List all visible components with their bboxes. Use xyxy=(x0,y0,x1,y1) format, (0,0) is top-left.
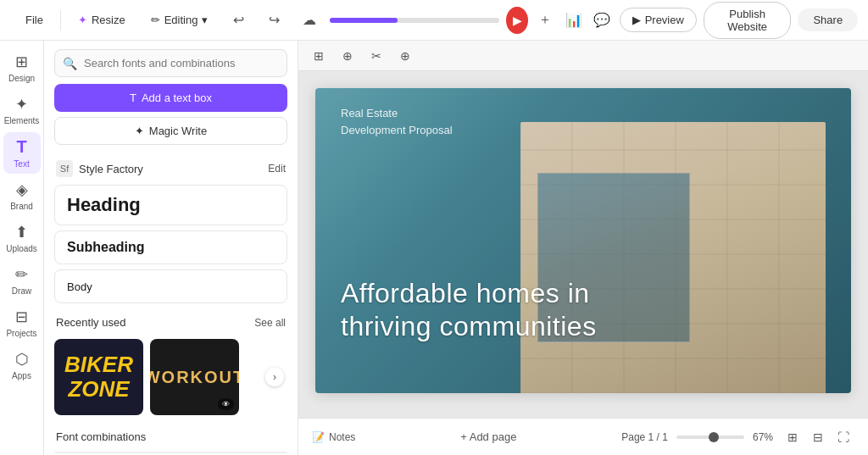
list-view-button[interactable]: ⊟ xyxy=(807,426,829,448)
see-all-link[interactable]: See all xyxy=(254,317,286,329)
grid-view-button[interactable]: ⊞ xyxy=(782,426,804,448)
body-style-item[interactable]: Body xyxy=(54,269,287,303)
edit-link[interactable]: Edit xyxy=(268,163,286,175)
progress-fill xyxy=(330,18,398,23)
zoom-slider-container xyxy=(676,436,744,439)
fullscreen-button[interactable]: ⛶ xyxy=(832,426,854,448)
main-area: ⊞ Design ✦ Elements T Text ◈ Brand ⬆ Upl… xyxy=(0,41,868,455)
zoom-slider[interactable] xyxy=(676,436,744,439)
topbar-center xyxy=(330,18,499,23)
font-thumb-biker-zone[interactable]: BIKERZONE xyxy=(54,339,143,415)
preview-button[interactable]: ▶ Preview xyxy=(620,8,697,32)
uploads-icon: ⬆ xyxy=(15,223,28,241)
text-panel: 🔍 T Add a text box ✦ Magic Write Sf Styl… xyxy=(44,41,298,455)
undo-button[interactable]: ↩ xyxy=(225,7,252,34)
design-icon: ⊞ xyxy=(15,53,28,71)
editing-button[interactable]: ✏ Editing ▾ xyxy=(142,9,217,31)
font-combo-text: ARTTY ADOS xyxy=(118,452,225,453)
thumb-badge: 👁 xyxy=(218,398,234,410)
font-thumb-workout[interactable]: WORKOUT 👁 xyxy=(150,339,239,415)
search-icon: 🔍 xyxy=(63,57,77,70)
magic-write-icon: ✦ xyxy=(135,125,144,137)
progress-bar xyxy=(330,18,499,23)
notes-icon: 📝 xyxy=(312,431,325,443)
apps-icon: ⬡ xyxy=(15,350,29,369)
page-info: Page 1 / 1 xyxy=(621,431,668,443)
zoom-percentage: 67% xyxy=(753,431,773,443)
notes-button[interactable]: 📝 Notes xyxy=(312,431,355,443)
crop-icon[interactable]: ✂ xyxy=(364,44,388,68)
add-page-button[interactable]: + Add page xyxy=(460,430,516,443)
style-factory-icon: Sf xyxy=(56,160,73,177)
position-icon[interactable]: ⊕ xyxy=(336,44,359,68)
text-icon: T xyxy=(16,137,26,157)
font-combinations-label: Font combinations xyxy=(44,420,298,448)
magic-write-button[interactable]: ✦ Magic Write xyxy=(54,117,287,145)
building-shape xyxy=(444,105,851,393)
topbar-right: ▶ ＋ 📊 💬 ▶ Preview Publish Website Share xyxy=(506,2,858,39)
recently-used-row: Recently used See all xyxy=(44,306,298,334)
file-button[interactable]: File xyxy=(17,9,52,31)
analytics-button[interactable]: 📊 xyxy=(563,7,584,34)
biker-zone-text: BIKERZONE xyxy=(64,352,133,401)
page-controls: + Add page xyxy=(460,430,516,443)
scroll-next-button[interactable]: › xyxy=(265,368,284,386)
share-button[interactable]: Share xyxy=(798,8,858,31)
sidebar-item-apps[interactable]: ⬡ Apps xyxy=(3,345,41,386)
subheading-style-item[interactable]: Subheading xyxy=(54,230,287,264)
align-left-icon[interactable]: ⊞ xyxy=(307,44,331,68)
zoom-thumb xyxy=(709,432,719,442)
heading-style-item[interactable]: Heading xyxy=(54,185,287,225)
separator xyxy=(60,10,61,31)
add-text-button[interactable]: T Add a text box xyxy=(54,84,287,112)
canvas-bottom: 📝 Notes + Add page Page 1 / 1 67% ⊞ ⊟ ⛶ xyxy=(298,418,868,455)
sidebar-item-uploads[interactable]: ⬆ Uploads xyxy=(3,218,41,258)
topbar: File ✦ Resize ✏ Editing ▾ ↩ ↪ ☁ ▶ ＋ 📊 💬 … xyxy=(0,0,868,41)
publish-button[interactable]: Publish Website xyxy=(704,2,792,39)
add-text-icon: T xyxy=(130,92,136,104)
sidebar-item-elements[interactable]: ✦ Elements xyxy=(3,90,41,130)
canvas-page: Real Estate Development Proposal Afforda… xyxy=(315,88,851,393)
save-status-button[interactable]: ☁ xyxy=(296,7,323,34)
icon-bar: ⊞ Design ✦ Elements T Text ◈ Brand ⬆ Upl… xyxy=(0,41,44,455)
search-input[interactable] xyxy=(54,49,287,77)
style-factory-row: Sf Style Factory Edit xyxy=(44,155,298,182)
hero-section: Real Estate Development Proposal Afforda… xyxy=(315,88,851,393)
resize-button[interactable]: ✦ Resize xyxy=(70,9,134,31)
comments-button[interactable]: 💬 xyxy=(591,7,612,34)
draw-icon: ✏ xyxy=(15,265,28,284)
elements-icon: ✦ xyxy=(15,95,28,114)
canvas-area: ⊞ ⊕ ✂ ⊕ Real Estate D xyxy=(298,41,868,455)
style-factory-label: Sf Style Factory xyxy=(56,160,143,177)
avatar[interactable]: ▶ xyxy=(506,7,527,34)
hero-text: Affordable homes in thriving communities xyxy=(341,277,597,342)
add-collaborator-button[interactable]: ＋ xyxy=(535,7,556,34)
sidebar-item-draw[interactable]: ✏ Draw xyxy=(3,260,41,301)
more-options-icon[interactable]: ⊕ xyxy=(393,44,417,68)
sidebar-item-text[interactable]: T Text xyxy=(3,132,41,174)
search-bar-container: 🔍 xyxy=(54,49,287,77)
brand-icon: ◈ xyxy=(16,180,28,199)
building-face xyxy=(520,122,826,393)
redo-button[interactable]: ↪ xyxy=(260,7,287,34)
sidebar-item-brand[interactable]: ◈ Brand xyxy=(3,175,41,216)
font-combo-thumb[interactable]: ARTTY ADOS xyxy=(54,452,287,453)
sidebar-item-design[interactable]: ⊞ Design xyxy=(3,47,41,88)
projects-icon: ⊟ xyxy=(15,308,28,326)
workout-text: WORKOUT xyxy=(150,368,239,387)
sidebar-item-projects[interactable]: ⊟ Projects xyxy=(3,302,41,343)
canvas-toolbar: ⊞ ⊕ ✂ ⊕ xyxy=(298,41,868,71)
view-buttons: ⊞ ⊟ ⛶ xyxy=(782,426,854,448)
hero-heading: Affordable homes in thriving communities xyxy=(341,277,597,342)
hero-label: Real Estate Development Proposal xyxy=(341,105,453,138)
font-thumbnails: BIKERZONE WORKOUT 👁 › xyxy=(44,334,298,420)
canvas-scroll[interactable]: Real Estate Development Proposal Afforda… xyxy=(298,71,868,418)
